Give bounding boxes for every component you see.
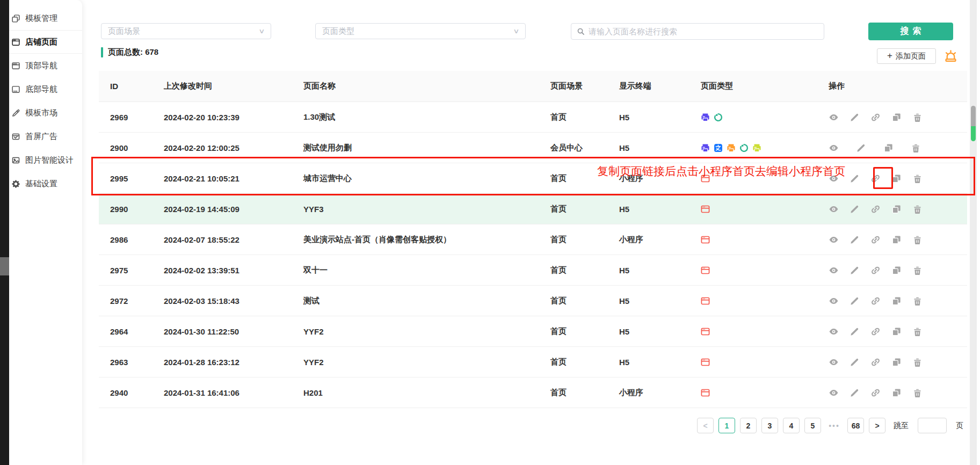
view-icon[interactable]: [829, 112, 839, 122]
copy-icon[interactable]: [891, 265, 902, 275]
sidebar-item-market[interactable]: 模板市场: [9, 101, 82, 125]
page-button-1[interactable]: 1: [718, 418, 735, 433]
edit-icon[interactable]: [850, 265, 860, 275]
table-row-2975: 29752024-02-02 13:39:51双十一首页H5: [99, 255, 967, 286]
copy-icon[interactable]: [891, 357, 902, 367]
view-icon[interactable]: [829, 143, 839, 153]
delete-icon[interactable]: [912, 112, 923, 122]
sidebar-item-settings[interactable]: 基础设置: [9, 172, 82, 195]
sidebar-item-label: 首屏广告: [25, 132, 57, 142]
column-header: 页面名称: [292, 81, 539, 91]
row-type-icons: [689, 205, 821, 214]
table-row-2969: 29692024-02-20 10:23:391.30测试首页H5: [99, 102, 967, 133]
row-scene: 首页: [539, 204, 608, 214]
sidebar-item-design[interactable]: 图片智能设计: [9, 148, 82, 172]
view-icon[interactable]: [829, 204, 839, 214]
printer-purple-icon: [701, 113, 710, 122]
scrollbar-thumb-green[interactable]: [971, 126, 976, 141]
link-icon[interactable]: [870, 112, 881, 122]
sidebar-item-shop-page[interactable]: 店铺页面: [9, 30, 82, 54]
sidebar-item-ad[interactable]: 首屏广告: [9, 125, 82, 148]
prev-page-button[interactable]: <: [697, 418, 714, 433]
row-terminal: H5: [608, 358, 689, 367]
header-row: ID上次修改时间页面名称页面场景显示终端页面类型操作: [99, 71, 967, 102]
copy-icon[interactable]: [891, 173, 902, 184]
copy-icon[interactable]: [891, 296, 902, 306]
edit-icon[interactable]: [850, 357, 860, 367]
delete-icon[interactable]: [912, 204, 923, 214]
delete-icon[interactable]: [912, 388, 923, 398]
delete-icon[interactable]: [911, 143, 921, 153]
row-time: 2024-02-07 18:55:22: [153, 235, 292, 244]
view-icon[interactable]: [829, 357, 839, 367]
edit-icon[interactable]: [850, 326, 860, 337]
add-page-button[interactable]: + 添加页面: [877, 48, 936, 64]
edit-icon[interactable]: [850, 204, 860, 214]
page-type-select[interactable]: 页面类型 ∨: [315, 23, 526, 39]
scrollbar-thumb[interactable]: [971, 106, 976, 127]
row-name: 1.30测试: [292, 112, 539, 122]
edit-icon[interactable]: [856, 143, 866, 153]
search-input-wrap: [571, 23, 824, 40]
row-name: H201: [292, 388, 539, 397]
page-total-label: 页面总数: 678: [108, 47, 158, 57]
copy-icon[interactable]: [883, 143, 894, 153]
row-type-icons: [689, 358, 821, 367]
alarm-icon[interactable]: [943, 49, 958, 63]
view-icon[interactable]: [829, 388, 839, 398]
table-row-2940: 29402024-01-31 16:41:06H201首页小程序: [99, 377, 967, 408]
page-button-5[interactable]: 5: [804, 418, 821, 433]
sidebar-item-top-nav[interactable]: 顶部导航: [9, 54, 82, 77]
view-icon[interactable]: [829, 296, 839, 306]
scrollbar-track[interactable]: [970, 0, 977, 465]
page-scene-select[interactable]: 页面场景 ∨: [101, 23, 271, 39]
table-row-2995: 29952024-02-21 10:05:21城市运营中心首页小程序: [99, 163, 967, 194]
delete-icon[interactable]: [912, 173, 923, 184]
edit-icon[interactable]: [850, 235, 860, 245]
copy-icon[interactable]: [891, 388, 902, 398]
row-time: 2024-01-30 11:22:50: [153, 327, 292, 336]
page-button-4[interactable]: 4: [783, 418, 800, 433]
link-icon[interactable]: [870, 204, 881, 214]
delete-icon[interactable]: [912, 265, 923, 275]
page-button-68[interactable]: 68: [847, 418, 864, 433]
copy-icon[interactable]: [891, 204, 902, 214]
view-icon[interactable]: [829, 326, 839, 337]
page-button-2[interactable]: 2: [740, 418, 757, 433]
edit-icon[interactable]: [850, 388, 860, 398]
link-icon[interactable]: [870, 388, 881, 398]
row-time: 2024-02-20 10:23:39: [153, 113, 292, 122]
delete-icon[interactable]: [912, 326, 923, 337]
edit-icon[interactable]: [850, 112, 860, 122]
search-button[interactable]: 搜索: [868, 23, 953, 40]
row-time: 2024-02-02 13:39:51: [153, 266, 292, 275]
sidebar-item-label: 底部导航: [25, 84, 57, 95]
edit-icon[interactable]: [850, 296, 860, 306]
delete-icon[interactable]: [912, 357, 923, 367]
view-icon[interactable]: [829, 173, 839, 184]
copy-icon[interactable]: [891, 235, 902, 245]
next-page-button[interactable]: >: [869, 418, 885, 433]
link-icon[interactable]: [870, 357, 881, 367]
link-icon[interactable]: [870, 296, 881, 306]
row-terminal: H5: [608, 113, 689, 122]
copy-icon[interactable]: [891, 112, 902, 122]
view-icon[interactable]: [829, 235, 839, 245]
link-icon[interactable]: [870, 265, 881, 275]
sidebar-item-template[interactable]: 模板管理: [9, 6, 82, 30]
sidebar-item-label: 模板管理: [25, 13, 57, 24]
link-icon[interactable]: [870, 173, 881, 184]
row-terminal: H5: [608, 266, 689, 275]
jump-page-input[interactable]: [918, 418, 947, 433]
delete-icon[interactable]: [912, 296, 923, 306]
link-icon[interactable]: [870, 326, 881, 337]
sidebar-item-bottom-nav[interactable]: 底部导航: [9, 77, 82, 101]
delete-icon[interactable]: [912, 235, 923, 245]
page-button-3[interactable]: 3: [761, 418, 778, 433]
swirl-green-icon: [714, 113, 723, 122]
view-icon[interactable]: [829, 265, 839, 275]
edit-icon[interactable]: [850, 173, 860, 184]
copy-icon[interactable]: [891, 326, 902, 337]
search-input[interactable]: [589, 27, 818, 36]
link-icon[interactable]: [870, 235, 881, 245]
